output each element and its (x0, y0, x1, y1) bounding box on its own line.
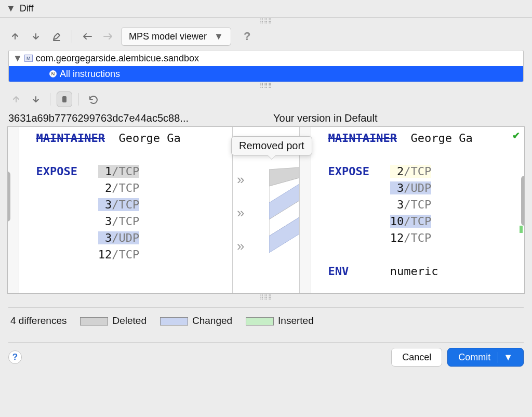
resize-grip[interactable]: ⣿⣿⣿ (0, 294, 532, 299)
tree-expand-icon[interactable]: ▼ (13, 53, 22, 64)
dialog-footer: ? Cancel Commit ▼ (0, 343, 532, 372)
diff-tooltip: Removed port (231, 136, 312, 155)
resize-grip[interactable]: ⣿⣿⣿ (0, 82, 532, 87)
tooltip-text: Removed port (239, 140, 304, 151)
diff-count: 4 differences (10, 315, 66, 327)
chevron-down-icon: ▼ (214, 31, 223, 42)
commit-button[interactable]: Commit ▼ (447, 348, 524, 367)
svg-rect-0 (62, 96, 66, 102)
cancel-label: Cancel (402, 352, 431, 363)
commit-label: Commit (458, 352, 490, 363)
scrollbar-thumb[interactable] (8, 172, 10, 221)
next-file-icon[interactable] (28, 29, 44, 44)
file-tree: ▼ M com.georgegarside.alembicue.sandbox … (8, 50, 524, 82)
panel-title: Diff (20, 3, 34, 14)
sync-scroll-icon[interactable] (57, 92, 72, 107)
resize-grip[interactable]: ⣿⣿⣿ (0, 18, 532, 23)
edit-icon[interactable] (49, 29, 64, 44)
right-editor[interactable]: MAINTAINER George Ga EXPOSE 2/TCP 3/UDP … (300, 127, 524, 293)
tree-module-row[interactable]: ▼ M com.georgegarside.alembicue.sandbox (9, 50, 523, 66)
revert-icon[interactable] (85, 92, 101, 107)
node-icon: N (49, 70, 57, 77)
apply-right-icon[interactable]: » (237, 238, 244, 254)
module-icon: M (24, 55, 33, 62)
panel-header: ▼ Diff (0, 0, 532, 18)
diff-legend: 4 differences Deleted Changed Inserted (0, 308, 532, 334)
scrollbar-thumb[interactable] (521, 176, 524, 226)
right-title: Your version in Default (259, 112, 524, 124)
collapse-icon[interactable]: ▼ (6, 3, 16, 14)
tree-node-row[interactable]: N All instructions (9, 66, 523, 82)
left-code[interactable]: MAINTAINER George Ga EXPOSE 1/TCP 2/TCP … (8, 127, 232, 266)
legend-changed: Changed (160, 315, 232, 327)
apply-right-icon[interactable]: » (237, 205, 244, 221)
separator (50, 93, 50, 106)
marker-inserted (520, 226, 523, 233)
viewer-selector[interactable]: MPS model viewer ▼ (121, 27, 231, 46)
diff-toolbar: MPS model viewer ▼ ? (0, 23, 532, 50)
left-title: 3631a69b7776299763dc7e44ac5c88... (8, 112, 259, 124)
prev-diff-icon[interactable] (8, 92, 24, 107)
help-icon[interactable]: ? (244, 30, 250, 43)
editor-titles: 3631a69b7776299763dc7e44ac5c88... Your v… (0, 111, 532, 126)
commit-dropdown-icon[interactable]: ▼ (498, 352, 513, 363)
left-editor[interactable]: MAINTAINER George Ga EXPOSE 1/TCP 2/TCP … (8, 127, 232, 293)
module-name: com.georgegarside.alembicue.sandbox (36, 53, 199, 64)
prev-file-icon[interactable] (7, 29, 23, 44)
node-name: All instructions (60, 69, 120, 80)
viewer-label: MPS model viewer (129, 31, 207, 42)
diff-nav-toolbar (0, 87, 532, 111)
apply-right-icon[interactable]: » (237, 172, 244, 188)
right-code[interactable]: MAINTAINER George Ga EXPOSE 2/TCP 3/UDP … (300, 127, 524, 283)
legend-deleted: Deleted (80, 315, 147, 327)
separator (72, 30, 72, 43)
diff-editors: ✔ ✔ Removed port MAINTAINER George Ga EX… (7, 126, 525, 294)
forward-icon[interactable] (100, 29, 116, 44)
help-button[interactable]: ? (8, 350, 22, 364)
back-icon[interactable] (79, 29, 95, 44)
separator (78, 93, 79, 106)
cancel-button[interactable]: Cancel (391, 348, 442, 367)
next-diff-icon[interactable] (28, 92, 44, 107)
legend-inserted: Inserted (246, 315, 314, 327)
